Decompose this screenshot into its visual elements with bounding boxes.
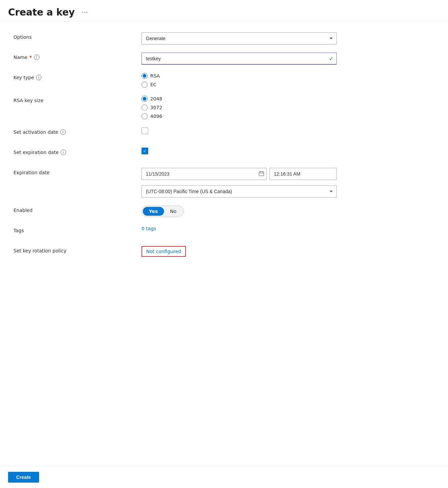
rotation-policy-button[interactable]: Not configured: [141, 246, 186, 257]
rsa-label: RSA: [150, 73, 160, 79]
tags-link[interactable]: 0 tags: [141, 226, 156, 231]
enabled-label: Enabled: [13, 206, 141, 213]
name-info-icon[interactable]: i: [34, 55, 39, 60]
date-input-wrapper: [141, 168, 267, 180]
name-label: Name * i: [13, 53, 141, 60]
svg-rect-0: [259, 172, 264, 176]
key-type-control: RSA EC: [141, 73, 344, 88]
rsa-radio[interactable]: [141, 73, 148, 79]
activation-date-info-icon[interactable]: i: [60, 129, 66, 135]
size-4096-option[interactable]: 4096: [141, 113, 344, 119]
size-2048-option[interactable]: 2048: [141, 96, 344, 102]
activation-date-row: Set activation date i: [13, 127, 435, 140]
enabled-control: Yes No: [141, 206, 344, 217]
key-type-label: Key type i: [13, 73, 141, 80]
size-4096-label: 4096: [150, 114, 162, 119]
size-2048-label: 2048: [150, 96, 162, 101]
options-control: Generate Import Restore from backup: [141, 32, 344, 44]
tags-row: Tags 0 tags: [13, 226, 435, 238]
name-input[interactable]: [141, 53, 337, 65]
footer: Create: [0, 466, 448, 488]
timezone-select[interactable]: (UTC-08:00) Pacific Time (US & Canada) (…: [141, 185, 337, 197]
size-3072-option[interactable]: 3072: [141, 104, 344, 111]
page-container: Create a key ··· Options Generate Import…: [0, 0, 448, 488]
toggle-no[interactable]: No: [164, 207, 183, 216]
rotation-policy-control: Not configured: [141, 246, 344, 257]
rotation-policy-row: Set key rotation policy Not configured: [13, 246, 435, 258]
size-3072-radio[interactable]: [141, 104, 148, 111]
expiration-date-fields-row: Expiration date: [13, 168, 435, 197]
size-3072-label: 3072: [150, 105, 162, 110]
expiration-date-fields-control: (UTC-08:00) Pacific Time (US & Canada) (…: [141, 168, 344, 197]
expiration-date-fields-label: Expiration date: [13, 168, 141, 175]
key-type-radio-group: RSA EC: [141, 73, 344, 88]
name-input-wrapper: ✓: [141, 53, 337, 65]
create-button[interactable]: Create: [8, 472, 39, 483]
activation-date-label: Set activation date i: [13, 127, 141, 135]
rsa-key-size-control: 2048 3072 4096: [141, 96, 344, 119]
options-row: Options Generate Import Restore from bac…: [13, 32, 435, 44]
ec-option[interactable]: EC: [141, 82, 344, 88]
name-check-icon: ✓: [329, 56, 333, 62]
size-4096-radio[interactable]: [141, 113, 148, 119]
expiration-date-label: Set expiration date i: [13, 148, 141, 155]
rsa-key-size-row: RSA key size 2048 3072 4096: [13, 96, 435, 119]
size-2048-radio[interactable]: [141, 96, 148, 102]
expiration-checkmark: ✓: [143, 149, 147, 153]
rsa-key-size-radio-group: 2048 3072 4096: [141, 96, 344, 119]
ec-label: EC: [150, 82, 157, 87]
header: Create a key ···: [0, 0, 448, 22]
required-indicator: *: [29, 55, 32, 60]
key-type-row: Key type i RSA EC: [13, 73, 435, 88]
form-container: Options Generate Import Restore from bac…: [0, 22, 448, 466]
activation-date-control: [141, 127, 344, 134]
name-row: Name * i ✓: [13, 53, 435, 65]
rsa-key-size-label: RSA key size: [13, 96, 141, 103]
options-label: Options: [13, 32, 141, 40]
options-select-wrapper: Generate Import Restore from backup: [141, 32, 337, 44]
time-input[interactable]: [269, 168, 337, 180]
expiration-date-info-icon[interactable]: i: [61, 150, 66, 155]
date-input[interactable]: [141, 168, 267, 180]
toggle-yes[interactable]: Yes: [143, 207, 164, 216]
enabled-toggle[interactable]: Yes No: [141, 206, 184, 217]
ec-radio[interactable]: [141, 82, 148, 88]
rotation-policy-label: Set key rotation policy: [13, 246, 141, 253]
name-control: ✓: [141, 53, 344, 65]
page-title: Create a key: [8, 7, 75, 18]
options-select[interactable]: Generate Import Restore from backup: [141, 32, 337, 44]
expiration-date-row: Set expiration date i ✓: [13, 148, 435, 160]
key-type-info-icon[interactable]: i: [36, 75, 41, 80]
rsa-option[interactable]: RSA: [141, 73, 344, 79]
expiration-fields-container: (UTC-08:00) Pacific Time (US & Canada) (…: [141, 168, 337, 197]
calendar-icon[interactable]: [259, 171, 264, 177]
tags-label: Tags: [13, 226, 141, 233]
enabled-row: Enabled Yes No: [13, 206, 435, 218]
activation-date-checkbox[interactable]: [141, 127, 148, 134]
timezone-select-wrapper: (UTC-08:00) Pacific Time (US & Canada) (…: [141, 185, 337, 197]
ellipsis-menu-button[interactable]: ···: [79, 7, 91, 18]
date-time-row: [141, 168, 337, 180]
tags-control: 0 tags: [141, 226, 344, 231]
expiration-date-checkbox[interactable]: ✓: [141, 148, 148, 154]
expiration-date-control: ✓: [141, 148, 344, 154]
